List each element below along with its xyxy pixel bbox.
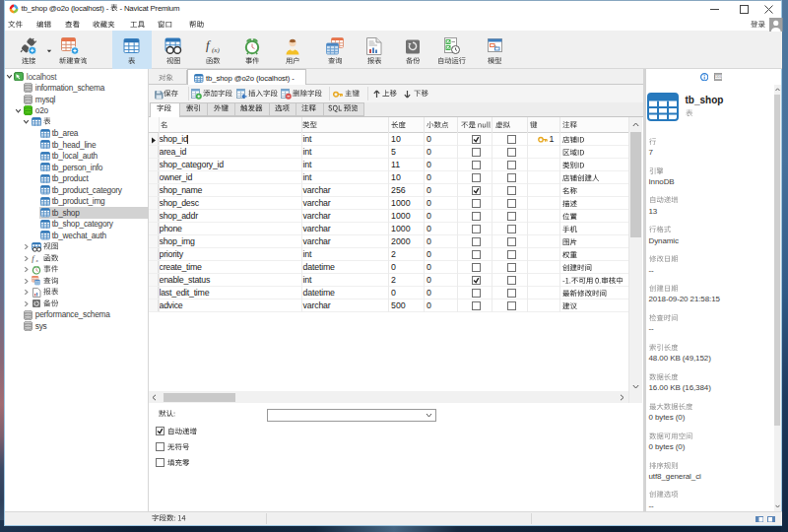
svg-text:DDL: DDL bbox=[715, 75, 722, 79]
svg-text:(x): (x) bbox=[212, 46, 220, 54]
svg-text:x: x bbox=[34, 258, 38, 263]
